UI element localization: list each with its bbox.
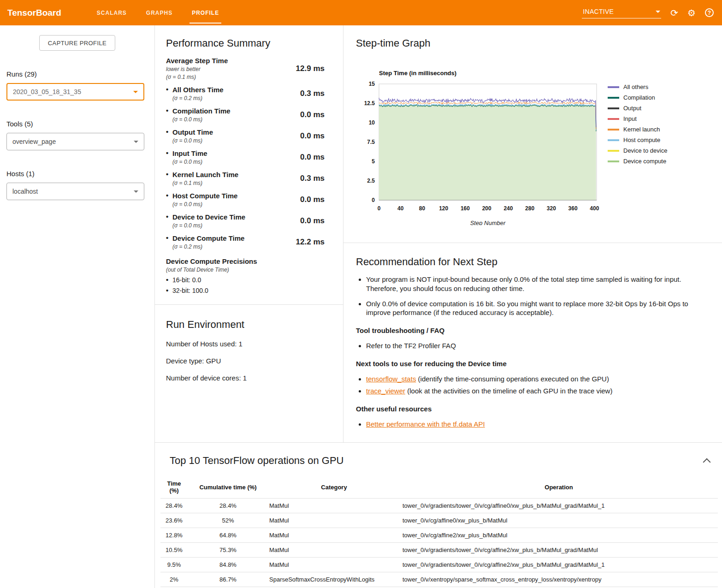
bullet-icon: • bbox=[166, 107, 168, 114]
table-cell: 75.3% bbox=[188, 543, 268, 558]
tensorflow-stats-link[interactable]: tensorflow_stats bbox=[366, 375, 416, 383]
legend-swatch bbox=[608, 107, 619, 109]
precisions-subtitle: (out of Total Device Time) bbox=[166, 267, 325, 273]
metric-sigma: (σ = 0.0 ms) bbox=[172, 201, 237, 208]
average-step-time-value: 12.9 ms bbox=[296, 64, 325, 73]
chart-legend: All othersCompilationOutputInputKernel l… bbox=[608, 70, 667, 227]
capture-profile-button[interactable]: CAPTURE PROFILE bbox=[39, 35, 115, 51]
legend-item: Device compute bbox=[608, 158, 667, 165]
recommendation-bullet: Your program is NOT input-bound because … bbox=[366, 275, 702, 293]
tab-graphs[interactable]: GRAPHS bbox=[136, 0, 182, 25]
bullet-icon: • bbox=[166, 191, 168, 199]
reload-status-dropdown[interactable]: INACTIVE bbox=[582, 7, 661, 18]
chevron-down-icon bbox=[656, 11, 660, 13]
table-cell: MatMul bbox=[268, 558, 400, 572]
legend-item: Input bbox=[608, 115, 667, 122]
table-row: 23.6%52%MatMultower_0/v/cg/affine0/xw_pl… bbox=[160, 513, 718, 528]
legend-item: Host compute bbox=[608, 137, 667, 143]
precisions-list: •16-bit: 0.0•32-bit: 100.0 bbox=[166, 276, 325, 294]
faq-list: Refer to the TF2 Profiler FAQ bbox=[356, 341, 702, 350]
metric-label: Device Compute Time bbox=[172, 234, 244, 242]
precision-item: •16-bit: 0.0 bbox=[166, 276, 325, 284]
hosts-select[interactable]: localhost bbox=[6, 183, 144, 200]
metric-sigma: (σ = 0.1 ms) bbox=[172, 180, 238, 186]
table-cell: 64.8% bbox=[188, 528, 268, 543]
trace-viewer-link[interactable]: trace_viewer bbox=[366, 387, 405, 395]
table-cell: tower_0/v/xentropy/sparse_softmax_cross_… bbox=[400, 572, 718, 587]
run-environment-title: Run Environment bbox=[166, 319, 332, 331]
recommendation-title: Recommendation for Next Step bbox=[356, 256, 702, 268]
bullet-icon: • bbox=[166, 170, 168, 178]
resources-heading: Other useful resources bbox=[356, 405, 702, 413]
metric-sigma: (σ = 0.0 ms) bbox=[172, 116, 231, 123]
legend-label: All others bbox=[623, 83, 648, 90]
table-cell: 23.6% bbox=[160, 513, 188, 528]
metric-label: Device to Device Time bbox=[172, 213, 245, 221]
metric-list: •All Others Time(σ = 0.2 ms)0.3 ms•Compi… bbox=[166, 86, 325, 250]
toolbar-right: INACTIVE ⟳ ⚙ ? bbox=[582, 7, 714, 18]
metric-value: 0.3 ms bbox=[300, 89, 325, 98]
metric-value: 0.0 ms bbox=[300, 153, 325, 162]
average-step-time-note: lower is better bbox=[166, 66, 228, 72]
tab-profile[interactable]: PROFILE bbox=[182, 0, 229, 25]
top-ops-header: Top 10 TensorFlow operations on GPU bbox=[160, 455, 718, 467]
app-title: TensorBoard bbox=[7, 8, 61, 18]
hosts-label: Hosts (1) bbox=[6, 170, 154, 178]
chevron-up-icon[interactable] bbox=[703, 458, 711, 466]
metric-value: 0.0 ms bbox=[300, 216, 325, 226]
refresh-icon[interactable]: ⟳ bbox=[670, 8, 678, 18]
legend-item: Kernel launch bbox=[608, 126, 667, 133]
gear-icon[interactable]: ⚙ bbox=[687, 8, 696, 18]
table-row: 28.4%28.4%MatMultower_0/v/gradients/towe… bbox=[160, 499, 718, 513]
precisions-title: Device Compute Precisions bbox=[166, 257, 325, 265]
metric-sigma: (σ = 0.0 ms) bbox=[172, 137, 213, 144]
metric-value: 0.0 ms bbox=[300, 195, 325, 204]
performance-summary-card: Performance Summary Average Step Time lo… bbox=[155, 25, 343, 305]
metric-label: Host Compute Time bbox=[172, 192, 237, 200]
tab-scalars[interactable]: SCALARS bbox=[87, 0, 136, 25]
table-cell: 52% bbox=[188, 513, 268, 528]
metric-sigma: (σ = 0.0 ms) bbox=[172, 159, 207, 165]
table-cell: 86.7% bbox=[188, 572, 268, 587]
tools-select[interactable]: overview_page bbox=[6, 133, 144, 150]
bullet-icon: • bbox=[166, 234, 168, 242]
table-cell: tower_0/v/gradients/tower_0/v/cg/affine2… bbox=[400, 558, 718, 572]
right-column: Step-time Graph Step Time (in millisecon… bbox=[343, 25, 722, 442]
legend-item: All others bbox=[608, 83, 667, 90]
top-ops-title: Top 10 TensorFlow operations on GPU bbox=[170, 455, 343, 467]
svg-text:15: 15 bbox=[369, 81, 375, 87]
step-time-chart: 02.557.51012.515040801201602002402803203… bbox=[356, 79, 601, 225]
svg-text:10: 10 bbox=[369, 119, 375, 126]
chevron-down-icon bbox=[134, 141, 138, 143]
svg-text:2.5: 2.5 bbox=[367, 178, 375, 184]
table-row: 10.5%75.3%MatMultower_0/v/gradients/towe… bbox=[160, 543, 718, 558]
metric-label: Input Time bbox=[172, 149, 207, 157]
table-row: 12.8%64.8%MatMultower_0/v/cg/affine2/xw_… bbox=[160, 528, 718, 543]
bullet-icon: • bbox=[166, 276, 168, 284]
legend-swatch bbox=[608, 139, 619, 141]
svg-text:0: 0 bbox=[372, 197, 375, 203]
device-compute-precisions: Device Compute Precisions (out of Total … bbox=[166, 257, 325, 294]
help-icon[interactable]: ? bbox=[705, 8, 714, 17]
average-step-time-sigma: (σ = 0.1 ms) bbox=[166, 74, 228, 80]
average-step-time-row: Average Step Time lower is better (σ = 0… bbox=[166, 57, 325, 80]
table-cell: tower_0/v/gradients/tower_0/v/cg/affine2… bbox=[400, 543, 718, 558]
table-cell: tower_0/v/gradients/tower_0/v/cg/affine0… bbox=[400, 499, 718, 513]
legend-label: Host compute bbox=[623, 137, 660, 143]
metric-value: 0.3 ms bbox=[300, 174, 325, 183]
step-time-graph-card: Step-time Graph Step Time (in millisecon… bbox=[343, 25, 722, 243]
tools-select-value: overview_page bbox=[12, 138, 56, 145]
resources-list: Better performance with the tf.data API bbox=[356, 420, 702, 429]
runs-select[interactable]: 2020_03_05_18_31_35 bbox=[6, 83, 144, 101]
legend-swatch bbox=[608, 97, 619, 99]
table-row: 2%86.7%SparseSoftmaxCrossEntropyWithLogi… bbox=[160, 572, 718, 587]
table-cell: tower_0/v/cg/affine2/xw_plus_b/MatMul bbox=[400, 528, 718, 543]
table-cell: 10.5% bbox=[160, 543, 188, 558]
bullet-icon: • bbox=[166, 128, 168, 136]
tfdata-performance-link[interactable]: Better performance with the tf.data API bbox=[366, 420, 485, 428]
metric-value: 0.0 ms bbox=[300, 131, 325, 141]
table-header-row: Time (%)Cumulative time (%)CategoryOpera… bbox=[160, 476, 718, 499]
reload-status-label: INACTIVE bbox=[583, 8, 614, 15]
legend-swatch bbox=[608, 118, 619, 120]
left-column: Performance Summary Average Step Time lo… bbox=[155, 25, 343, 442]
